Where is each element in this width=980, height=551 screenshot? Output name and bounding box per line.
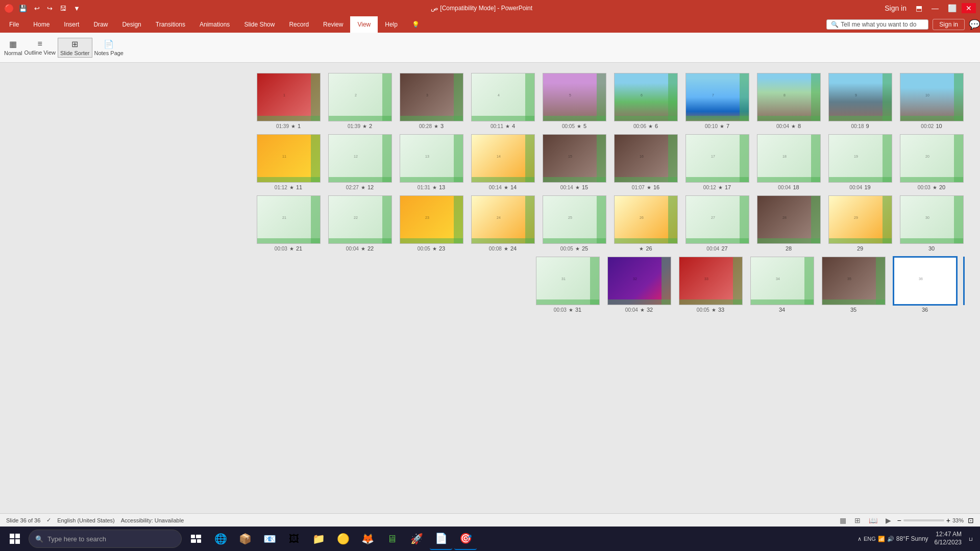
normal-view-status-btn[interactable]: ▦ <box>838 515 848 525</box>
slide-item-26[interactable]: 26★26 <box>612 195 679 252</box>
tab-record[interactable]: Record <box>282 16 316 33</box>
weather-info[interactable]: 88°F Sunny <box>896 535 928 542</box>
slide-item-13[interactable]: 1301:31★13 <box>398 134 464 190</box>
normal-view-btn[interactable]: ▦ Normal <box>4 39 22 56</box>
slide-item-5[interactable]: 500:05★5 <box>541 73 607 129</box>
slide-item-4[interactable]: 400:11★4 <box>470 73 536 129</box>
redo-button[interactable]: ↪ <box>44 4 55 13</box>
word-btn[interactable]: 📄 <box>430 528 452 550</box>
slide-item-28[interactable]: 2828 <box>755 195 822 252</box>
tab-search-icon-tab[interactable]: 💡 <box>405 16 427 33</box>
firefox-btn[interactable]: 🦊 <box>356 528 379 550</box>
slide-item-30[interactable]: 3030 <box>898 195 965 252</box>
tab-review[interactable]: Review <box>316 16 350 33</box>
slide-item-35[interactable]: 3535 <box>820 257 887 313</box>
save-button[interactable]: 💾 <box>16 4 30 13</box>
slide-item-34[interactable]: 3434 <box>749 257 815 313</box>
slide-item-8[interactable]: 800:04★8 <box>755 73 822 129</box>
slide-item-19[interactable]: 1900:0419 <box>827 134 893 190</box>
zoom-in-btn[interactable]: + <box>946 516 950 524</box>
slide-label-24: 00:08★24 <box>489 245 517 252</box>
slide-item-9[interactable]: 900:189 <box>827 73 893 129</box>
outline-view-btn[interactable]: ≡ Outline View <box>24 39 56 56</box>
network-icon[interactable]: 📶 <box>878 536 885 542</box>
slide-item-36[interactable]: 3636 <box>892 257 958 313</box>
slide-item-21[interactable]: 2100:03★21 <box>255 195 322 252</box>
clock[interactable]: 12:47 AM 6/12/2023 <box>930 531 966 546</box>
slide-item-16[interactable]: 1601:07★16 <box>612 134 679 190</box>
tab-animations[interactable]: Animations <box>192 16 237 33</box>
slide-item-11[interactable]: 1101:12★11 <box>255 134 322 190</box>
slide-item-2[interactable]: 201:39★2 <box>327 73 393 129</box>
fit-slide-btn[interactable]: ⊡ <box>968 516 974 524</box>
close-button[interactable]: ✕ <box>962 3 976 13</box>
slide-item-31[interactable]: 3100:03★31 <box>534 257 601 313</box>
xbox-btn[interactable]: 🖥 <box>381 528 403 550</box>
slide-item-14[interactable]: 1400:14★14 <box>470 134 536 190</box>
slide-item-33[interactable]: 3300:05★33 <box>677 257 744 313</box>
photos-btn[interactable]: 🖼 <box>283 528 305 550</box>
slide-item-10[interactable]: 1000:0210 <box>898 73 965 129</box>
slide-item-29[interactable]: 2929 <box>827 195 893 252</box>
mail-btn[interactable]: 📧 <box>258 528 281 550</box>
sign-in-button-ribbon[interactable]: Sign in <box>933 19 965 30</box>
tab-slideshow[interactable]: Slide Show <box>237 16 282 33</box>
maximize-button[interactable]: ⬜ <box>944 3 961 13</box>
main-area: 1000:0210900:189800:04★8700:10★7600:06★6… <box>0 63 980 513</box>
zoom-slider[interactable] <box>903 519 944 521</box>
notes-page-btn[interactable]: 📄 Notes Page <box>94 39 124 56</box>
tab-transitions[interactable]: Transitions <box>149 16 192 33</box>
taskbar-search[interactable]: 🔍 Type here to search <box>29 530 182 548</box>
groove-btn[interactable]: 🟡 <box>332 528 354 550</box>
show-desktop-btn[interactable]: ⊔ <box>968 535 974 543</box>
slide-sorter[interactable]: 1000:0210900:189800:04★8700:10★7600:06★6… <box>0 63 980 513</box>
presenter-view-status-btn[interactable]: ▶ <box>884 515 893 525</box>
slide-item-23[interactable]: 2300:05★23 <box>398 195 464 252</box>
ribbon-display-button[interactable]: ⬒ <box>912 3 926 13</box>
tab-file[interactable]: File <box>2 16 26 33</box>
tab-home[interactable]: Home <box>26 16 57 33</box>
slide-item-3[interactable]: 300:28★3 <box>398 73 464 129</box>
edge-browser-btn[interactable]: 🌐 <box>209 528 232 550</box>
slide-sorter-status-btn[interactable]: ⊞ <box>852 515 863 525</box>
slide-item-27[interactable]: 2700:0427 <box>684 195 750 252</box>
tab-view[interactable]: View <box>350 16 378 33</box>
slide-item-32[interactable]: 3200:04★32 <box>606 257 672 313</box>
slide-item-1[interactable]: 101:39★1 <box>255 73 322 129</box>
store-btn[interactable]: 📦 <box>234 528 256 550</box>
tab-draw[interactable]: Draw <box>86 16 115 33</box>
explorer-btn[interactable]: 📁 <box>307 528 330 550</box>
slide-insertion-point <box>963 257 965 305</box>
tab-design[interactable]: Design <box>115 16 148 33</box>
customize-button[interactable]: ▼ <box>71 4 83 13</box>
sign-in-button[interactable]: Sign in <box>880 3 911 13</box>
slide-item-22[interactable]: 2200:04★22 <box>327 195 393 252</box>
speaker-icon[interactable]: 🔊 <box>887 536 894 542</box>
task-view-btn[interactable] <box>185 528 207 550</box>
print-button[interactable]: 🖫 <box>57 4 69 13</box>
slide-label-11: 01:12★11 <box>275 184 302 190</box>
tab-help[interactable]: Help <box>378 16 405 33</box>
show-hidden-btn[interactable]: ∧ <box>857 536 862 542</box>
slide-sorter-btn[interactable]: ⊞ Slide Sorter <box>58 38 92 58</box>
comments-icon[interactable]: 💬 <box>969 19 980 30</box>
slide-item-20[interactable]: 2000:03★20 <box>898 134 965 190</box>
slide-item-7[interactable]: 700:10★7 <box>684 73 750 129</box>
slide-item-18[interactable]: 1800:0418 <box>755 134 822 190</box>
slide-item-25[interactable]: 2500:05★25 <box>541 195 607 252</box>
slide-item-12[interactable]: 1202:27★12 <box>327 134 393 190</box>
reading-view-status-btn[interactable]: 📖 <box>867 515 879 525</box>
slide-item-24[interactable]: 2400:08★24 <box>470 195 536 252</box>
start-button[interactable] <box>2 528 28 550</box>
tab-insert[interactable]: Insert <box>57 16 86 33</box>
ribbon-search-box[interactable]: 🔍 Tell me what you want to do <box>826 19 928 30</box>
slide-item-15[interactable]: 1500:14★15 <box>541 134 607 190</box>
slide-label-8: 00:04★8 <box>776 123 801 129</box>
cortana-btn[interactable]: 🚀 <box>405 528 428 550</box>
slide-item-17[interactable]: 1700:12★17 <box>684 134 750 190</box>
undo-button[interactable]: ↩ <box>32 4 42 13</box>
slide-item-6[interactable]: 600:06★6 <box>612 73 679 129</box>
powerpoint-taskbar-btn[interactable]: 🎯 <box>454 528 477 550</box>
minimize-button[interactable]: — <box>927 3 943 13</box>
zoom-out-btn[interactable]: − <box>897 516 901 524</box>
